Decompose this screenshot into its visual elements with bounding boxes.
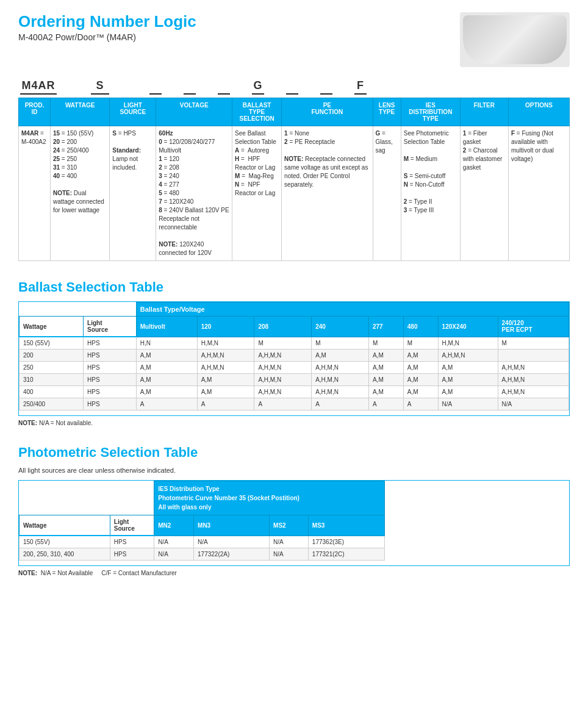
col-ies-dist: IESDISTRIBUTIONTYPE — [401, 98, 460, 126]
ballast-row: 250/400HPSAAAAAAN/AN/A — [20, 398, 569, 411]
th-480: 480 — [403, 317, 438, 337]
ph-th-ms3: MS3 — [308, 515, 384, 536]
ballast-cell: HPS — [84, 362, 137, 374]
ballast-cell: H,M,N — [438, 337, 498, 350]
ballast-cell: A,H,M,N — [197, 350, 254, 362]
th-multivolt: Multivolt — [136, 317, 197, 337]
ballast-header-group-row: Ballast Type/Voltage — [20, 303, 569, 317]
ballast-cell: A,H,M,N — [254, 386, 312, 398]
col-options: OPTIONS — [508, 98, 569, 126]
th-light-source: LightSource — [84, 317, 137, 337]
cell-wattage: 15 = 150 (55V) 20 = 200 24 = 250/400 25 … — [50, 126, 109, 261]
part-number-display: M4AR S G F — [18, 79, 570, 95]
th-240: 240 — [312, 317, 369, 337]
ballast-cell: M — [254, 337, 312, 350]
page-subtitle: M-400A2 Powr/Door™ (M4AR) — [18, 32, 196, 42]
ballast-cell: 400 — [20, 386, 84, 398]
header-area: Ordering Number Logic M-400A2 Powr/Door™… — [18, 12, 570, 67]
ballast-cell: A,H,M,N — [498, 362, 568, 374]
ph-th-wattage: Wattage — [20, 515, 110, 536]
pn-pe — [218, 79, 230, 95]
ballast-cell: A — [368, 398, 403, 411]
photo-cell: 150 (55V) — [20, 536, 110, 548]
page-title: Ordering Number Logic — [18, 12, 196, 31]
photo-table-body: 150 (55V)HPSN/AN/AN/A177362(3E)200, 250,… — [20, 536, 385, 561]
pn-f: F — [354, 79, 367, 95]
cell-lens: G = Glass, sag — [373, 126, 401, 261]
ballast-row: 250HPSA,MA,H,M,NA,H,M,NA,H,M,NA,MA,MA,MA… — [20, 362, 569, 374]
ballast-cell: A,M — [197, 374, 254, 386]
cell-ballast: See Ballast Selection Table A = Autoreg … — [232, 126, 282, 261]
ballast-cell: 250 — [20, 362, 84, 374]
photo-cell: N/A — [270, 536, 309, 548]
pn-ies — [286, 79, 298, 95]
ballast-cell: A,H,M,N — [312, 386, 369, 398]
ballast-cell: A,H,M,N — [498, 386, 568, 398]
col-prod-id: PROD. ID — [19, 98, 51, 126]
col-pe-function: PEFUNCTION — [282, 98, 373, 126]
photo-empty-header — [20, 481, 154, 515]
photo-cell: N/A — [154, 548, 194, 561]
cell-light-source: S = HPS Standard: Lamp not included. — [110, 126, 156, 261]
ballast-cell: 250/400 — [20, 398, 84, 411]
ballast-cell: A — [403, 398, 438, 411]
ballast-cell: A,M — [368, 386, 403, 398]
pn-g: G — [252, 79, 264, 95]
ballast-cell: A,H,M,N — [438, 350, 498, 362]
ballast-cell: A,M — [136, 362, 197, 374]
cell-ies: See Photometric Selection Table M = Medi… — [401, 126, 460, 261]
photo-bottom-note: NOTE: N/A = Not Available C/F = Contact … — [18, 570, 570, 576]
pn-m4ar: M4AR — [20, 79, 57, 95]
ballast-cell: HPS — [84, 386, 137, 398]
ballast-cell: A,M — [403, 350, 438, 362]
ballast-cell: A — [136, 398, 197, 411]
ballast-cell: A,M — [403, 386, 438, 398]
ballast-cell: A,M — [403, 374, 438, 386]
ballast-cell: 310 — [20, 374, 84, 386]
ballast-empty-header — [20, 303, 137, 317]
pn-s: S — [91, 79, 109, 95]
ballast-cell: A,M — [136, 386, 197, 398]
ballast-row: 200HPSA,MA,H,M,NA,H,M,NA,MA,MA,MA,H,M,N — [20, 350, 569, 362]
ballast-cell: A,M — [197, 386, 254, 398]
pn-ballast — [184, 79, 196, 95]
ballast-cell: A — [197, 398, 254, 411]
photo-sub-header-row: Wattage LightSource MN2 MN3 MS2 MS3 — [20, 515, 385, 536]
col-ballast-type: BALLASTTYPESELECTION — [232, 98, 282, 126]
photo-ies-header: IES Distribution Type Photometric Curve … — [154, 481, 385, 515]
photo-cell: 177321(2C) — [308, 548, 384, 561]
fixture-image — [463, 15, 567, 64]
photo-cell: 200, 250, 310, 400 — [20, 548, 110, 561]
ballast-cell: 200 — [20, 350, 84, 362]
th-120: 120 — [197, 317, 254, 337]
ballast-cell: H,M,N — [197, 337, 254, 350]
photo-cell: HPS — [110, 548, 154, 561]
ballast-table-body: 150 (55V)HPSH,NH,M,NMMMMH,M,NM200HPSA,MA… — [20, 337, 569, 411]
ballast-cell: HPS — [84, 398, 137, 411]
ballast-cell: A,M — [438, 374, 498, 386]
ballast-cell: A,M — [368, 374, 403, 386]
ph-th-mn2: MN2 — [154, 515, 194, 536]
photo-section-title: Photometric Selection Table — [18, 445, 570, 461]
photo-cell: N/A — [154, 536, 194, 548]
ballast-cell: A,H,M,N — [498, 374, 568, 386]
ballast-cell: A,M — [438, 386, 498, 398]
ballast-table-container: Ballast Type/Voltage Wattage LightSource… — [18, 301, 570, 416]
col-voltage: VOLTAGE — [156, 98, 232, 126]
photo-cell: 177322(2A) — [194, 548, 270, 561]
ballast-cell: A,M — [136, 350, 197, 362]
cell-prod-id: M4AR = M-400A2 — [19, 126, 51, 261]
ballast-cell: A — [254, 398, 312, 411]
ballast-cell: A,H,M,N — [312, 374, 369, 386]
photo-header-group-row: IES Distribution Type Photometric Curve … — [20, 481, 385, 515]
ballast-note: NOTE: N/A = Not available. — [18, 420, 570, 426]
col-wattage: WATTAGE — [50, 98, 109, 126]
photo-table: IES Distribution Type Photometric Curve … — [19, 481, 385, 561]
ballast-section-title: Ballast Selection Table — [18, 279, 570, 295]
ballast-cell: H,N — [136, 337, 197, 350]
ballast-cell: M — [403, 337, 438, 350]
ballast-cell: A,M — [403, 362, 438, 374]
col-light-source: LIGHTSOURCE — [110, 98, 156, 126]
th-277: 277 — [368, 317, 403, 337]
col-lens-type: LENSTYPE — [373, 98, 401, 126]
